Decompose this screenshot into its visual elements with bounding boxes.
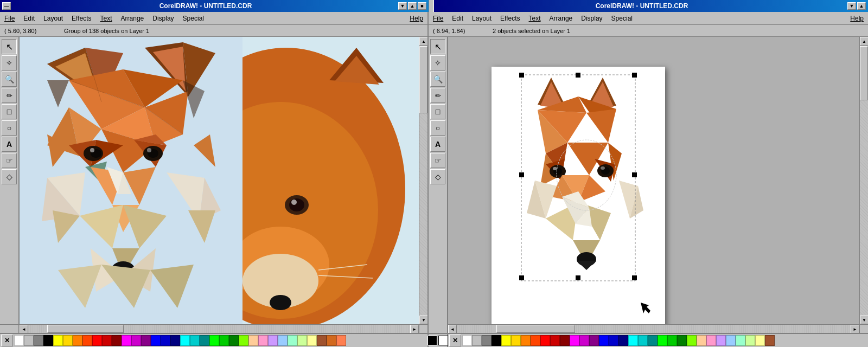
rcolor-maroon[interactable] [560, 335, 570, 346]
right-menu-help[interactable]: Help [846, 14, 868, 23]
left-menu-arrange[interactable]: Arrange [117, 14, 149, 23]
rcolor-cyan[interactable] [628, 335, 638, 346]
rcolor-violet[interactable] [579, 335, 589, 346]
rtool-ellipse[interactable]: ○ [430, 120, 445, 136]
color-teal[interactable] [200, 335, 209, 346]
rcolor-yellow[interactable] [501, 335, 511, 346]
left-palette-x-btn[interactable]: ✕ [1, 335, 13, 346]
rcolor-lightlime[interactable] [745, 335, 755, 346]
right-minimize-btn[interactable]: ▼ [847, 2, 856, 10]
color-orange-red[interactable] [82, 335, 92, 346]
right-hscroll-track[interactable] [457, 325, 851, 333]
right-maximize-btn[interactable]: ▲ [857, 2, 866, 10]
left-vscroll-track[interactable] [419, 46, 427, 316]
color-darkgreen[interactable] [229, 335, 239, 346]
left-menu-display[interactable]: Display [148, 14, 178, 23]
rtool-hand[interactable]: ☞ [430, 153, 445, 168]
left-close-btn[interactable]: ■ [418, 2, 426, 10]
right-vscroll-up[interactable]: ▲ [860, 37, 868, 46]
right-canvas[interactable] [448, 37, 859, 324]
tool-node[interactable]: ✧ [2, 55, 17, 70]
left-hscroll-track[interactable] [28, 325, 410, 333]
rcolor-black[interactable] [492, 335, 501, 346]
right-menu-file[interactable]: File [429, 14, 448, 23]
rcolor-darkgreen[interactable] [677, 335, 687, 346]
rcolor-mint[interactable] [736, 335, 745, 346]
left-vscroll-thumb[interactable] [419, 46, 427, 114]
rcolor-silver[interactable] [472, 335, 482, 346]
left-canvas[interactable]: + [20, 37, 419, 324]
rcolor-orange[interactable] [521, 335, 531, 346]
rcolor-darkgreen2[interactable] [667, 335, 677, 346]
left-menu-layout[interactable]: Layout [39, 14, 67, 23]
tool-text[interactable]: A [2, 137, 17, 152]
rcolor-sienna[interactable] [765, 335, 775, 346]
rtool-node[interactable]: ✧ [430, 55, 445, 70]
color-lightblue[interactable] [278, 335, 288, 346]
rcolor-lightblue[interactable] [726, 335, 736, 346]
rtool-rect[interactable]: □ [430, 104, 445, 119]
color-magenta[interactable] [122, 335, 131, 346]
tool-zoom[interactable]: 🔍 [2, 72, 17, 87]
left-maximize-btn[interactable]: ▲ [408, 2, 417, 10]
right-hscroll-thumb[interactable] [496, 325, 575, 333]
rcolor-pink[interactable] [706, 335, 716, 346]
color-gray[interactable] [34, 335, 43, 346]
right-palette-x-btn[interactable]: ✕ [449, 335, 461, 346]
color-lavender[interactable] [268, 335, 278, 346]
rcolor-teal[interactable] [648, 335, 658, 346]
left-hscroll-right[interactable]: ► [410, 325, 419, 333]
rtool-select[interactable]: ↖ [430, 39, 445, 54]
left-vscroll-down[interactable]: ▼ [419, 316, 427, 324]
tool-select[interactable]: ↖ [2, 39, 17, 54]
tool-pencil[interactable]: ✏ [2, 88, 17, 103]
color-green[interactable] [209, 335, 219, 346]
color-pink[interactable] [258, 335, 268, 346]
rcolor-gold[interactable] [511, 335, 521, 346]
color-darkcyan[interactable] [190, 335, 200, 346]
rtool-text[interactable]: A [430, 137, 445, 152]
color-lime[interactable] [239, 335, 248, 346]
tool-ellipse[interactable]: ○ [2, 120, 17, 136]
rcolor-darkred[interactable] [550, 335, 560, 346]
left-system-menu-btn[interactable]: — [2, 2, 11, 10]
rtool-pencil[interactable]: ✏ [430, 88, 445, 103]
color-yellow[interactable] [53, 335, 63, 346]
rtool-fill[interactable]: ◇ [430, 169, 445, 184]
left-hscroll-bar[interactable]: ◄ ► [20, 324, 419, 333]
color-black[interactable] [43, 335, 53, 346]
rcolor-lime[interactable] [687, 335, 697, 346]
color-red[interactable] [92, 335, 102, 346]
color-purple[interactable] [141, 335, 151, 346]
rcolor-green[interactable] [658, 335, 667, 346]
left-menu-special[interactable]: Special [178, 14, 208, 23]
left-vscroll-up[interactable]: ▲ [419, 37, 427, 46]
tool-hand[interactable]: ☞ [2, 153, 17, 168]
left-menu-edit[interactable]: Edit [19, 14, 39, 23]
color-lightyellow[interactable] [307, 335, 317, 346]
right-menu-display[interactable]: Display [577, 14, 607, 23]
right-vscroll-track[interactable] [860, 46, 868, 316]
rcolor-peach[interactable] [697, 335, 706, 346]
right-hscroll-left[interactable]: ◄ [448, 325, 457, 333]
color-darkblue[interactable] [161, 335, 170, 346]
color-cyan[interactable] [180, 335, 190, 346]
left-menu-effects[interactable]: Effects [67, 14, 95, 23]
rtool-zoom[interactable]: 🔍 [430, 72, 445, 87]
color-darkgreen2[interactable] [219, 335, 229, 346]
rcolor-magenta[interactable] [570, 335, 579, 346]
left-menu-help[interactable]: Help [405, 14, 427, 23]
color-blue[interactable] [151, 335, 161, 346]
color-gold[interactable] [63, 335, 73, 346]
right-palette-x-yes[interactable] [438, 336, 448, 345]
rcolor-darkblue[interactable] [609, 335, 618, 346]
right-menu-layout[interactable]: Layout [468, 14, 496, 23]
color-orange[interactable] [73, 335, 82, 346]
right-panel-vscroll[interactable]: ▲ ▼ [859, 37, 868, 324]
tool-rect[interactable]: □ [2, 104, 17, 119]
color-mint[interactable] [288, 335, 297, 346]
right-palette-x-no[interactable]: ✕ [427, 336, 437, 345]
rcolor-purple[interactable] [589, 335, 599, 346]
left-minimize-btn[interactable]: ▼ [398, 2, 407, 10]
rcolor-orangered[interactable] [531, 335, 540, 346]
